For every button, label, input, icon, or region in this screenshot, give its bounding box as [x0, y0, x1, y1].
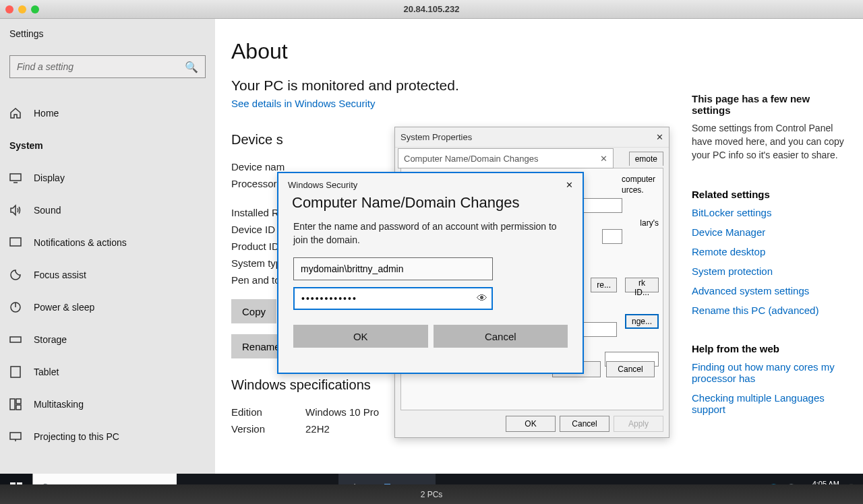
lang-link[interactable]: Checking multiple Languages support [692, 392, 850, 415]
nav-label: Storage [34, 334, 67, 345]
svg-rect-3 [10, 337, 21, 342]
svg-rect-4 [11, 367, 20, 377]
sysprops-text-computer: computerurces. [622, 174, 659, 195]
domchg-cancel[interactable]: Cancel [606, 361, 655, 377]
nav-label: Focus assist [34, 270, 86, 280]
nav-system[interactable]: System [9, 129, 206, 162]
svg-rect-6 [16, 399, 21, 404]
adv-link[interactable]: Advanced system settings [692, 285, 850, 296]
display-icon [9, 172, 22, 184]
credential-dialog: Windows Security ✕ Computer Name/Domain … [277, 172, 584, 374]
nav-tablet[interactable]: Tablet [9, 356, 206, 388]
pc-count: 2 PCs [421, 490, 443, 499]
copy-button[interactable]: Copy [231, 299, 276, 323]
help-heading: Help from the web [692, 343, 850, 354]
edition-label: Edition [231, 404, 305, 420]
svg-rect-1 [10, 238, 21, 246]
nav-display[interactable]: Display [9, 162, 206, 194]
domain-changes-titlebar[interactable]: Computer Name/Domain Changes ✕ [398, 148, 614, 168]
search-icon: 🔍 [185, 61, 198, 73]
reveal-password-icon[interactable]: 👁 [477, 292, 487, 305]
sysprops-titlebar[interactable]: System Properties ✕ [395, 127, 669, 148]
sysprops-ok[interactable]: OK [506, 416, 556, 432]
settings-search[interactable]: 🔍 [9, 55, 206, 78]
remote-session-bar: 2 PCs [0, 484, 863, 504]
renameadv-link[interactable]: Rename this PC (advanced) [692, 305, 850, 316]
remote-tab[interactable]: emote [629, 152, 663, 166]
remote-link[interactable]: Remote desktop [692, 246, 850, 257]
settings-sidebar: Settings 🔍 Home System Display Sound Not… [0, 19, 215, 484]
sysprops-text-lary: lary's [640, 218, 659, 228]
cores-link[interactable]: Finding out how many cores my processor … [692, 361, 850, 384]
sysprops-re-button[interactable]: re... [591, 278, 617, 292]
multi-icon [9, 398, 22, 410]
newsettings-heading: This page has a few new settings [692, 93, 850, 116]
sysprot-link[interactable]: System protection [692, 265, 850, 277]
cred-close-icon[interactable]: ✕ [566, 180, 573, 190]
domain-changes-title: Computer Name/Domain Changes [404, 154, 538, 164]
nav-label: Multitasking [34, 399, 84, 410]
project-icon [9, 431, 22, 443]
sysprops-cancel[interactable]: Cancel [560, 416, 609, 432]
username-input[interactable] [293, 257, 493, 280]
right-column: This page has a few new settings Some se… [692, 93, 850, 423]
search-input[interactable] [17, 61, 185, 72]
nav-notifications[interactable]: Notifications & actions [9, 226, 206, 259]
svg-rect-7 [16, 405, 21, 410]
power-icon [9, 301, 22, 313]
home-icon [9, 107, 22, 119]
cred-message: Enter the name and password of an accoun… [278, 214, 583, 247]
related-heading: Related settings [692, 189, 850, 200]
sysprops-networkid-button[interactable]: rk ID... [625, 278, 659, 292]
settings-label: Settings [0, 19, 215, 39]
settings-window: ━ ▢ ✕ Settings 🔍 Home System Display Sou… [0, 19, 863, 484]
cred-title: Computer Name/Domain Changes [278, 190, 583, 214]
nav-multitasking[interactable]: Multitasking [9, 388, 206, 420]
focus-icon [9, 269, 22, 281]
monitored-heading: Your PC is monitored and protected. [231, 77, 847, 94]
domain-changes-close-icon[interactable]: ✕ [600, 154, 607, 164]
edition-value: Windows 10 Pro [305, 404, 379, 420]
nav-label: Tablet [34, 367, 59, 377]
nav-label: Notifications & actions [34, 237, 127, 248]
storage-icon [9, 334, 22, 346]
sysprops-field-2[interactable] [602, 229, 622, 244]
sysprops-buttons: OK Cancel Apply [506, 416, 663, 432]
version-label: Version [231, 420, 305, 437]
sysprops-close-icon[interactable]: ✕ [656, 132, 663, 142]
nav-label: Projecting to this PC [34, 431, 119, 442]
nav-label: Home [34, 108, 59, 119]
mac-window-title: 20.84.105.232 [0, 4, 863, 14]
bitlocker-link[interactable]: BitLocker settings [692, 207, 850, 218]
cred-ok-button[interactable]: OK [293, 325, 428, 348]
svg-rect-8 [10, 433, 21, 439]
nav-power[interactable]: Power & sleep [9, 291, 206, 323]
notif-icon [9, 237, 22, 249]
sysprops-change-button[interactable]: nge... [625, 314, 659, 329]
nav-label: Power & sleep [34, 302, 94, 313]
nav-storage[interactable]: Storage [9, 323, 206, 356]
svg-rect-0 [10, 174, 21, 181]
newsettings-text: Some settings from Control Panel have mo… [692, 121, 850, 162]
sysprops-title: System Properties [400, 132, 472, 142]
tablet-icon [9, 366, 22, 378]
version-value: 22H2 [305, 420, 330, 437]
nav-focus[interactable]: Focus assist [9, 259, 206, 291]
cred-cancel-button[interactable]: Cancel [434, 325, 568, 348]
cred-header[interactable]: Windows Security ✕ [278, 173, 583, 190]
page-title: About [231, 39, 847, 64]
nav-home[interactable]: Home [9, 97, 206, 129]
svg-rect-5 [10, 399, 15, 410]
sysprops-apply[interactable]: Apply [614, 416, 663, 432]
nav-label: Sound [34, 205, 61, 216]
nav-sound[interactable]: Sound [9, 194, 206, 226]
sound-icon [9, 204, 22, 216]
password-input[interactable] [293, 287, 493, 310]
devmgr-link[interactable]: Device Manager [692, 226, 850, 238]
nav-label: Display [34, 172, 65, 183]
nav-projecting[interactable]: Projecting to this PC [9, 420, 206, 453]
cred-header-label: Windows Security [288, 180, 357, 190]
nav-label: System [9, 140, 43, 151]
mac-titlebar: 20.84.105.232 [0, 0, 863, 19]
